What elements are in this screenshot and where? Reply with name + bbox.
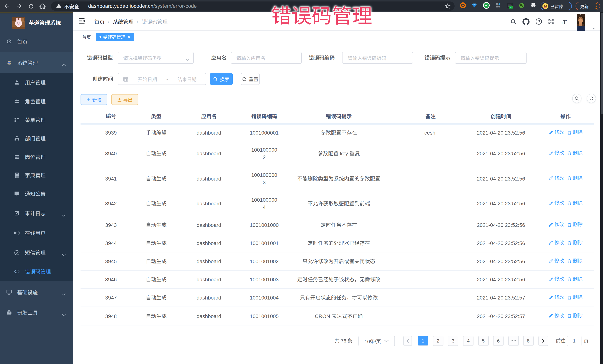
github-icon[interactable]	[521, 12, 530, 31]
page-ellipsis[interactable]	[508, 336, 519, 346]
edit-link[interactable]: 修改	[548, 239, 564, 247]
toggle-search-button[interactable]	[572, 94, 581, 103]
delete-link[interactable]: 删除	[567, 129, 583, 136]
refresh-table-button[interactable]	[587, 94, 596, 103]
extension-paused-chip[interactable]: 已暂停	[541, 2, 572, 10]
delete-link[interactable]: 删除	[567, 200, 583, 207]
extension-grid-icon[interactable]	[495, 3, 501, 10]
table-row-3940: 3940自动生成dashboard1001000002参数配置 key 重复20…	[81, 141, 594, 166]
page-button-3[interactable]: 3	[448, 336, 458, 346]
edit-link[interactable]: 修改	[548, 129, 564, 136]
table-row-3941: 3941自动生成dashboard1001000003不能删除类型为系统内置的参…	[81, 166, 594, 191]
pagination: 共 76 条 10条/页 1234568 前往 1 页	[73, 336, 600, 351]
breadcrumb-item-1[interactable]: 系统管理	[113, 18, 134, 25]
page-size-select[interactable]: 10条/页	[359, 336, 395, 346]
sidebar-item-0[interactable]: 首页	[0, 31, 73, 52]
sidebar-item-6[interactable]: 岗位管理	[0, 147, 73, 166]
sidebar-item-9[interactable]: 审计日志	[0, 204, 73, 222]
address-bar[interactable]: 不安全 dashboard.yudao.iocoder.cn/system/er…	[51, 1, 454, 11]
edit-link[interactable]: 修改	[548, 312, 564, 320]
tag-1[interactable]: 错误码管理	[96, 33, 134, 41]
delete-link[interactable]: 删除	[567, 175, 583, 182]
delete-link[interactable]: 删除	[567, 239, 583, 247]
hamburger-icon[interactable]	[79, 18, 85, 24]
extension-puzzle-icon[interactable]	[530, 2, 536, 10]
prev-page-button[interactable]	[403, 336, 412, 346]
page-scrollbar[interactable]	[600, 12, 603, 364]
edit-link[interactable]: 修改	[548, 221, 564, 229]
sidebar-item-7[interactable]: 字典管理	[0, 166, 73, 184]
page-button-5[interactable]: 5	[478, 336, 488, 346]
user-avatar[interactable]	[577, 14, 585, 31]
sidebar-item-4[interactable]: 菜单管理	[0, 110, 73, 129]
page-button-4[interactable]: 4	[463, 336, 474, 346]
help-icon[interactable]	[534, 12, 543, 31]
cell-memo	[396, 288, 465, 307]
browser-home-button[interactable]	[39, 3, 46, 10]
extension-list-icon[interactable]: on	[507, 2, 513, 10]
export-button[interactable]: 导出	[111, 94, 139, 105]
edit-link[interactable]: 修改	[548, 175, 564, 182]
kebab-menu-icon[interactable]	[595, 3, 597, 9]
reset-button[interactable]: 重置	[241, 73, 260, 85]
edit-link[interactable]: 修改	[548, 200, 564, 207]
delete-link[interactable]: 删除	[567, 312, 583, 320]
delete-link[interactable]: 删除	[567, 150, 583, 157]
breadcrumb-item-0[interactable]: 首页	[94, 18, 105, 25]
header-search-icon[interactable]	[509, 12, 518, 31]
fullscreen-icon[interactable]	[547, 12, 556, 31]
extension-gem-icon[interactable]	[472, 3, 477, 10]
page-button-6[interactable]: 6	[493, 336, 504, 346]
edit-link[interactable]: 修改	[548, 294, 564, 301]
tag-0[interactable]: 首页	[79, 33, 94, 41]
sidebar-item-12[interactable]: 错误码管理	[0, 262, 73, 281]
extension-orange-icon[interactable]	[460, 2, 466, 10]
page-button-1[interactable]: 1	[418, 336, 428, 346]
delete-link[interactable]: 删除	[567, 257, 583, 265]
delete-icon	[567, 201, 572, 206]
sidebar-item-label: 岗位管理	[25, 153, 46, 161]
edit-link[interactable]: 修改	[548, 276, 564, 283]
page-button-2[interactable]: 2	[433, 336, 443, 346]
bookmark-star-icon[interactable]	[445, 3, 451, 11]
add-button[interactable]: 新增	[81, 94, 107, 105]
cell-app: dashboard	[171, 270, 247, 288]
search-input-3[interactable]: 请输入错误码提示	[455, 52, 527, 64]
cell-actions: 修改删除	[537, 141, 594, 166]
url-text: dashboard.yudao.iocoder.cn/system/error-…	[88, 3, 197, 9]
sidebar-item-10[interactable]: 在线用户	[0, 223, 73, 242]
fontsize-icon[interactable]: TT	[559, 12, 568, 31]
sidebar-item-3[interactable]: 角色管理	[0, 92, 73, 110]
browser-forward-button[interactable]	[16, 3, 23, 10]
browser-refresh-button[interactable]	[27, 3, 35, 10]
edit-link[interactable]: 修改	[548, 150, 564, 157]
sidebar-item-5[interactable]: 部门管理	[0, 129, 73, 147]
cell-code: 1001000004	[247, 191, 282, 216]
close-icon[interactable]	[128, 36, 130, 38]
browser-update-button[interactable]: 更新	[576, 2, 600, 10]
delete-link[interactable]: 删除	[567, 221, 583, 229]
sidebar-item-13[interactable]: 基础设施	[0, 282, 73, 302]
table-row-3948: 3948自动生成dashboard1001001005CRON 表达式不正确20…	[81, 307, 594, 325]
delete-link[interactable]: 删除	[567, 276, 583, 283]
add-button-label: 新增	[92, 96, 102, 103]
goto-page-input[interactable]: 1	[567, 336, 581, 346]
cell-time: 2021-04-20 23:52:56	[465, 270, 537, 288]
sidebar-item-8[interactable]: 通知公告	[0, 184, 73, 203]
sidebar-item-11[interactable]: 短信管理	[0, 243, 73, 262]
caret-down-icon[interactable]	[592, 24, 595, 31]
dashboard-icon	[6, 39, 12, 44]
browser-back-button[interactable]	[4, 3, 11, 10]
sidebar-item-14[interactable]: 研发工具	[0, 302, 73, 323]
security-chip[interactable]: 不安全	[56, 2, 79, 10]
scrollbar-thumb[interactable]	[601, 13, 603, 114]
delete-link[interactable]: 删除	[567, 294, 583, 301]
date-range-picker[interactable]: 开始日期 - 结束日期	[118, 73, 206, 85]
edit-link[interactable]: 修改	[548, 257, 564, 265]
next-page-button[interactable]	[538, 336, 548, 346]
search-button[interactable]: 搜索	[210, 73, 233, 85]
extension-check-icon[interactable]	[483, 2, 490, 10]
extension-key-icon[interactable]	[519, 2, 525, 10]
edit-log-icon	[14, 210, 20, 216]
page-button-8[interactable]: 8	[523, 336, 533, 346]
